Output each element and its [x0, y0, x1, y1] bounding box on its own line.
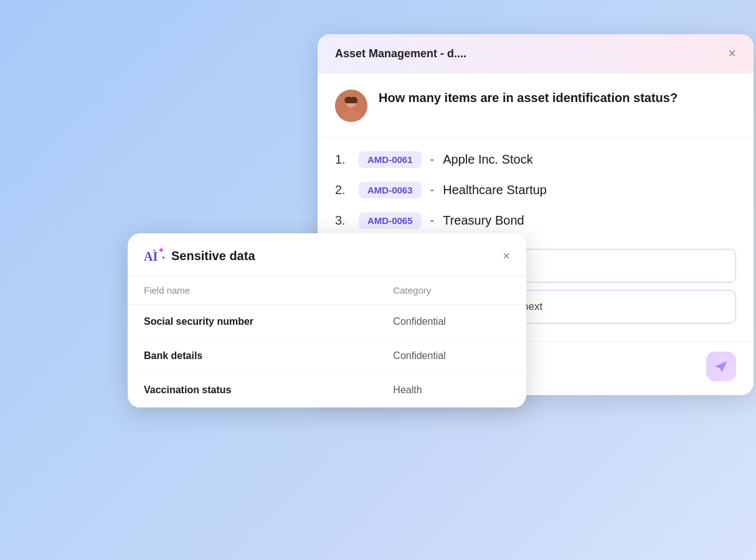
asset-badge: AMD-0063	[359, 182, 422, 198]
asset-num: 1.	[335, 152, 350, 167]
field-name-cell: Social security number	[128, 305, 377, 339]
asset-item: 2. AMD-0063 - Healthcare Startup	[335, 182, 736, 198]
asset-item: 1. AMD-0061 - Apple Inc. Stock	[335, 151, 736, 168]
asset-dash: -	[430, 152, 435, 167]
category-header: Category	[377, 276, 526, 305]
asset-panel-close-button[interactable]: ×	[728, 47, 736, 60]
sensitive-panel-close-button[interactable]: ×	[503, 249, 510, 263]
field-name-cell: Bank details	[128, 339, 377, 373]
asset-item: 3. AMD-0065 - Treasury Bond	[335, 212, 736, 229]
asset-badge: AMD-0061	[359, 151, 422, 168]
send-icon	[714, 360, 728, 373]
table-body: Social security number Confidential Bank…	[128, 305, 526, 408]
table-header: Field name Category	[128, 276, 526, 305]
svg-text:✦: ✦	[158, 247, 165, 255]
avatar	[335, 90, 367, 122]
asset-name: Healthcare Startup	[443, 183, 547, 197]
asset-list: 1. AMD-0061 - Apple Inc. Stock 2. AMD-00…	[318, 138, 754, 249]
svg-text:✦: ✦	[153, 248, 156, 253]
ai-icon: AI ✦ ✦ ✦	[144, 247, 165, 264]
send-button[interactable]	[706, 352, 736, 381]
sensitive-title-row: AI ✦ ✦ ✦ Sensitive data	[144, 247, 255, 264]
table-row: Social security number Confidential	[128, 305, 526, 339]
sensitive-panel-title: Sensitive data	[171, 249, 255, 263]
sensitive-data-panel: AI ✦ ✦ ✦ Sensitive data × Field name Cat…	[128, 233, 526, 408]
sensitive-panel-header: AI ✦ ✦ ✦ Sensitive data ×	[128, 233, 526, 276]
table-row: Bank details Confidential	[128, 339, 526, 373]
table-row: Vaccination status Health	[128, 373, 526, 408]
sensitive-data-table: Field name Category Social security numb…	[128, 276, 526, 408]
category-cell: Health	[377, 373, 526, 408]
svg-point-2	[343, 110, 360, 122]
asset-num: 3.	[335, 213, 350, 228]
asset-badge: AMD-0065	[359, 212, 422, 229]
question-row: How many items are in asset identificati…	[318, 73, 754, 138]
asset-name: Treasury Bond	[443, 213, 524, 228]
category-cell: Confidential	[377, 305, 526, 339]
asset-panel-title: Asset Management - d....	[335, 47, 466, 60]
svg-text:✦: ✦	[161, 255, 165, 261]
question-text: How many items are in asset identificati…	[379, 90, 678, 106]
category-cell: Confidential	[377, 339, 526, 373]
asset-num: 2.	[335, 183, 350, 197]
asset-name: Apple Inc. Stock	[443, 152, 533, 167]
field-name-cell: Vaccination status	[128, 373, 377, 408]
asset-dash: -	[430, 183, 435, 197]
asset-dash: -	[430, 213, 435, 228]
field-name-header: Field name	[128, 276, 377, 305]
asset-panel-header: Asset Management - d.... ×	[318, 34, 754, 73]
